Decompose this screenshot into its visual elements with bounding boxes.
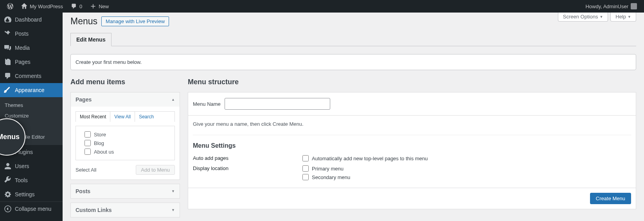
sidebar-item-dashboard[interactable]: Dashboard xyxy=(0,13,63,27)
display-location-secondary[interactable]: Secondary menu xyxy=(302,174,350,180)
media-icon xyxy=(4,44,12,52)
sidebar-item-posts[interactable]: Posts xyxy=(0,27,63,41)
info-notice: Create your first menu below. xyxy=(70,54,636,70)
display-location-primary[interactable]: Primary menu xyxy=(302,165,350,172)
pages-tab-search[interactable]: Search xyxy=(135,112,158,122)
help-button[interactable]: Help ▼ xyxy=(610,13,636,22)
sidebar-label: Pages xyxy=(15,59,31,65)
chevron-down-icon: ▼ xyxy=(599,15,603,19)
pages-tab-recent[interactable]: Most Recent xyxy=(76,112,110,122)
site-name: My WordPress xyxy=(30,4,63,9)
sidebar-label: Posts xyxy=(15,31,29,37)
chevron-down-icon: ▼ xyxy=(171,208,175,212)
wp-logo[interactable] xyxy=(3,0,17,13)
create-menu-button[interactable]: Create Menu xyxy=(590,193,631,204)
collapse-label: Collapse menu xyxy=(15,206,51,212)
page-checkbox-blog[interactable]: Blog xyxy=(80,139,171,147)
submenu-theme-file-editor[interactable]: Theme File Editor xyxy=(0,132,63,142)
chevron-down-icon: ▼ xyxy=(628,15,631,19)
wordpress-icon xyxy=(7,3,13,9)
user-icon xyxy=(4,162,12,170)
checkbox[interactable] xyxy=(85,149,91,155)
admin-sidebar: Dashboard Posts Media Pages Comments App… xyxy=(0,13,63,221)
sidebar-label: Appearance xyxy=(15,87,45,93)
accordion-toggle-custom-links[interactable]: Custom Links ▼ xyxy=(71,203,180,217)
appearance-submenu: Themes Customize Menus Theme File Editor xyxy=(0,97,63,145)
chevron-up-icon: ▲ xyxy=(171,98,175,101)
add-to-menu-button[interactable]: Add to Menu xyxy=(136,165,175,175)
sidebar-item-settings[interactable]: Settings xyxy=(0,187,63,201)
collapse-menu[interactable]: Collapse menu xyxy=(0,201,63,216)
sidebar-label: Media xyxy=(15,45,30,51)
checkbox[interactable] xyxy=(85,140,91,146)
checkbox[interactable] xyxy=(302,165,309,172)
user-account[interactable]: Howdy, AdminUser xyxy=(581,0,641,13)
chevron-down-icon: ▼ xyxy=(171,189,175,193)
comments-link[interactable]: 0 xyxy=(67,0,86,13)
auto-add-pages-label: Auto add pages xyxy=(193,155,302,161)
checkbox[interactable] xyxy=(85,131,91,138)
select-all-link[interactable]: Select All xyxy=(76,167,96,173)
sidebar-item-users[interactable]: Users xyxy=(0,159,63,173)
howdy-text: Howdy, AdminUser xyxy=(585,4,628,9)
new-label: New xyxy=(99,4,109,9)
checkbox[interactable] xyxy=(302,174,309,180)
auto-add-option[interactable]: Automatically add new top-level pages to… xyxy=(302,155,428,161)
sidebar-label: Users xyxy=(15,163,29,169)
collapse-icon xyxy=(4,205,12,213)
accordion-pages: Pages ▲ Most Recent View All Search Stor… xyxy=(70,92,180,180)
pages-tab-viewall[interactable]: View All xyxy=(110,112,135,122)
wrench-icon xyxy=(4,176,12,184)
page-checkbox-store[interactable]: Store xyxy=(80,130,171,139)
menu-settings-heading: Menu Settings xyxy=(193,135,631,149)
menu-name-label: Menu Name xyxy=(193,101,221,107)
display-location-label: Display location xyxy=(193,165,302,171)
tab-edit-menus[interactable]: Edit Menus xyxy=(70,33,112,46)
comment-icon xyxy=(71,3,77,9)
sidebar-label: Settings xyxy=(15,191,35,197)
accordion-toggle-posts[interactable]: Posts ▼ xyxy=(71,184,180,198)
avatar xyxy=(631,3,637,9)
sidebar-item-pages[interactable]: Pages xyxy=(0,55,63,69)
menu-name-input[interactable] xyxy=(225,98,330,110)
sidebar-item-appearance[interactable]: Appearance xyxy=(0,83,63,97)
pin-icon xyxy=(4,30,12,38)
manage-live-preview-button[interactable]: Manage with Live Preview xyxy=(101,16,169,26)
menu-hint: Give your menu a name, then click Create… xyxy=(193,121,631,127)
sidebar-label: Comments xyxy=(15,73,41,79)
menu-structure-title: Menu structure xyxy=(188,78,636,86)
nav-tabs: Edit Menus xyxy=(70,33,636,46)
add-menu-items-title: Add menu items xyxy=(70,78,180,86)
sidebar-item-comments[interactable]: Comments xyxy=(0,69,63,83)
checkbox[interactable] xyxy=(302,155,309,161)
site-name-link[interactable]: My WordPress xyxy=(17,0,67,13)
sidebar-label: Tools xyxy=(15,177,28,183)
accordion-posts: Posts ▼ xyxy=(70,184,180,199)
new-content-link[interactable]: New xyxy=(86,0,113,13)
settings-icon xyxy=(4,190,12,198)
home-icon xyxy=(21,3,27,9)
submenu-menus[interactable]: Menus xyxy=(0,121,63,132)
submenu-themes[interactable]: Themes xyxy=(0,100,63,110)
page-checkbox-about[interactable]: About us xyxy=(80,147,171,156)
accordion-custom-links: Custom Links ▼ xyxy=(70,203,180,217)
accordion-toggle-pages[interactable]: Pages ▲ xyxy=(71,92,180,107)
page-title: Menus xyxy=(70,16,97,27)
sidebar-item-tools[interactable]: Tools xyxy=(0,173,63,187)
sidebar-item-plugins[interactable]: Plugins xyxy=(0,145,63,159)
plus-icon xyxy=(90,3,96,9)
submenu-customize[interactable]: Customize xyxy=(0,110,63,121)
comment-icon xyxy=(4,72,12,80)
pages-icon xyxy=(4,58,12,66)
comment-count: 0 xyxy=(79,4,82,9)
sidebar-label: Plugins xyxy=(15,149,33,155)
sidebar-item-media[interactable]: Media xyxy=(0,41,63,55)
plugin-icon xyxy=(4,148,12,156)
dashboard-icon xyxy=(4,16,12,24)
sidebar-label: Dashboard xyxy=(15,16,42,23)
screen-options-button[interactable]: Screen Options ▼ xyxy=(558,13,608,22)
admin-bar: My WordPress 0 New Howdy, AdminUser xyxy=(0,0,644,13)
brush-icon xyxy=(4,86,12,94)
menu-settings-box: Menu Name Give your menu a name, then cl… xyxy=(188,92,636,209)
